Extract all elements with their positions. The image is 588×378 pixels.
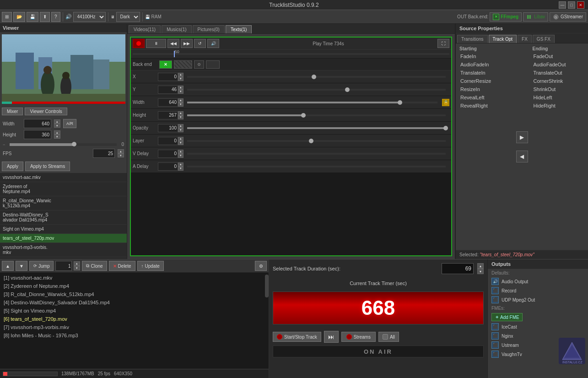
prev-frame-btn[interactable]: ◀◀ [167, 39, 179, 48]
trans-shrinkout[interactable]: ShrinkOut [531, 85, 587, 93]
vdelay-spinner[interactable]: ▴ ▾ [178, 150, 183, 158]
jump-button[interactable]: ⟳ Jump [29, 261, 54, 271]
trans-resizein[interactable]: ResizeIn [458, 85, 513, 93]
trans-add-btn[interactable]: ▶ [516, 131, 528, 143]
settings-button[interactable]: ⚙ [255, 261, 267, 271]
duration-spinner[interactable]: ▴ ▾ [477, 263, 484, 274]
trans-audiofadeout[interactable]: AudioFadeOut [531, 60, 587, 69]
trans-revealleft[interactable]: RevealLeft [458, 93, 513, 102]
fps-down-btn[interactable]: ▾ [118, 153, 124, 157]
y-down[interactable]: ▾ [178, 90, 183, 94]
duration-up[interactable]: ▴ [477, 263, 484, 269]
height-prop-down[interactable]: ▾ [178, 115, 183, 119]
width-up-btn[interactable]: ▴ [54, 119, 60, 124]
delete-button[interactable]: ✕ Delete [109, 261, 135, 271]
opacity-input[interactable] [158, 124, 178, 132]
layer-spinner[interactable]: ▴ ▾ [178, 137, 183, 145]
trans-audiofadein[interactable]: AudioFadeIn [458, 60, 513, 69]
x-spinner[interactable]: ▴ ▾ [178, 73, 183, 81]
trans-cornershrink[interactable]: CornerShrink [531, 77, 587, 85]
file-item-2[interactable]: R_cital_Dionne_Warwick_512kb.mp4 [0, 196, 127, 211]
maximize-button[interactable]: □ [568, 1, 575, 9]
sample-rate-select[interactable]: 44100Hz [73, 12, 106, 22]
x-down[interactable]: ▾ [178, 77, 183, 81]
streams-button[interactable]: Streams [341, 332, 376, 342]
tab-pictures[interactable]: Pictures(0) [193, 25, 225, 33]
pause-button[interactable]: ⏸ [146, 39, 166, 48]
mute-btn[interactable]: 🔊 [207, 39, 219, 48]
theme-select[interactable]: Dark [116, 12, 140, 22]
fps-up-btn[interactable]: ▴ [118, 149, 124, 153]
trans-fadeout[interactable]: FadeOut [531, 52, 587, 60]
y-up[interactable]: ▴ [178, 86, 183, 90]
adelay-up[interactable]: ▴ [178, 162, 183, 167]
trans-revealright[interactable]: RevealRight [458, 102, 513, 110]
height-prop-up[interactable]: ▴ [178, 111, 183, 115]
layer-slider[interactable] [187, 140, 446, 142]
counter-up[interactable]: ▴ [74, 261, 80, 266]
vaughntv-checkbox[interactable]: ⬛ [491, 351, 499, 358]
playlist-item-7[interactable]: [7] vsvsshort-mp3-vorbis.mkv [0, 323, 269, 331]
fullscreen-btn[interactable]: ⛶ [437, 39, 449, 48]
nginx-checkbox[interactable]: ⬛ [491, 332, 499, 340]
skip-forward-button[interactable]: ⏭ [324, 331, 339, 343]
playhead-slider[interactable]: 50 [133, 51, 449, 57]
ar-button[interactable]: A/R [63, 119, 76, 128]
start-stop-button[interactable]: Start/Stop Track [273, 332, 321, 342]
playlist-item-4[interactable]: [4] Destino-WaltDisney_Salvador Dali1945… [0, 298, 269, 307]
icecast-checkbox[interactable]: ⬛ [491, 323, 499, 330]
height-slider[interactable] [187, 114, 446, 116]
tab-texts[interactable]: Texts(1) [226, 25, 252, 33]
playlist-scrollbar[interactable] [265, 273, 269, 369]
open-button[interactable]: 📂 [13, 12, 25, 22]
output-record[interactable]: ⬛ Record [488, 286, 588, 295]
vdelay-input[interactable] [158, 150, 178, 158]
next-frame-btn[interactable]: ▶▶ [181, 39, 193, 48]
height-input[interactable] [24, 130, 51, 139]
lock-icon[interactable]: 🔒 [442, 99, 449, 106]
record-button[interactable] [133, 39, 145, 48]
trans-hideright[interactable]: HideRight [531, 102, 587, 110]
tab-track-opt[interactable]: Track Opt [489, 35, 517, 43]
minimize-button[interactable]: — [559, 1, 566, 9]
playlist-item-8[interactable]: [8] Iohn Miles - Music - 1976.mp3 [0, 331, 269, 340]
opacity-spinner[interactable]: ▴ ▾ [178, 124, 183, 132]
x-up[interactable]: ▴ [178, 73, 183, 77]
file-item-6[interactable]: vsvsshort-mp3-vorbis.mkv [0, 243, 127, 257]
new-button[interactable]: ⊞ [2, 12, 12, 22]
height-prop-input[interactable] [158, 111, 178, 119]
file-item-3[interactable]: Destino-WaltDisney_Salvador Dali1945.mp4 [0, 211, 127, 225]
width-slider[interactable] [187, 102, 437, 103]
udp-checkbox[interactable]: ⬛ [491, 296, 499, 303]
width-prop-input[interactable] [158, 98, 178, 107]
output-icecast[interactable]: ⬛ IceCast [488, 322, 588, 331]
apply-streams-button[interactable]: Apply to Streams [25, 162, 70, 171]
width-input[interactable] [24, 119, 51, 128]
playlist[interactable]: [1] vsvsshort-aac.mkv [2] Zydereen of Ne… [0, 273, 269, 369]
duration-down[interactable]: ▾ [477, 269, 484, 274]
width-spinner[interactable]: ▴ ▾ [54, 119, 60, 128]
x-slider[interactable] [187, 76, 446, 78]
opacity-down[interactable]: ▾ [178, 128, 183, 132]
output-audio[interactable]: 🔊 Audio Output [488, 277, 588, 286]
viewer-controls-button[interactable]: Viewer Controls [25, 108, 67, 115]
width-prop-spinner[interactable]: ▴ ▾ [178, 98, 183, 107]
mixer-button[interactable]: Mixer [2, 108, 23, 115]
playlist-scroll-thumb[interactable] [265, 275, 269, 297]
record-checkbox[interactable]: ⬛ [491, 287, 499, 294]
y-slider[interactable] [187, 89, 446, 91]
vdelay-slider[interactable] [187, 153, 446, 155]
trans-remove-btn[interactable]: ◀ [516, 151, 528, 162]
layer-down[interactable]: ▾ [178, 141, 183, 145]
tab-transitions[interactable]: Transitions [457, 35, 488, 43]
tab-gs-fx[interactable]: GS FX [533, 35, 555, 43]
clone-button[interactable]: ⧉ Clone [82, 261, 107, 271]
adelay-spinner[interactable]: ▴ ▾ [178, 162, 183, 171]
update-button[interactable]: ↑ Update [137, 261, 164, 271]
tab-fx[interactable]: FX [518, 35, 532, 43]
file-item-1[interactable]: Zydereen ofNeptune.mp4 [0, 182, 127, 196]
fps-input[interactable] [93, 149, 115, 158]
trans-translatein[interactable]: TranslateIn [458, 69, 513, 77]
volume-slider[interactable] [10, 143, 117, 146]
tab-videos[interactable]: Videos(11) [129, 25, 161, 33]
